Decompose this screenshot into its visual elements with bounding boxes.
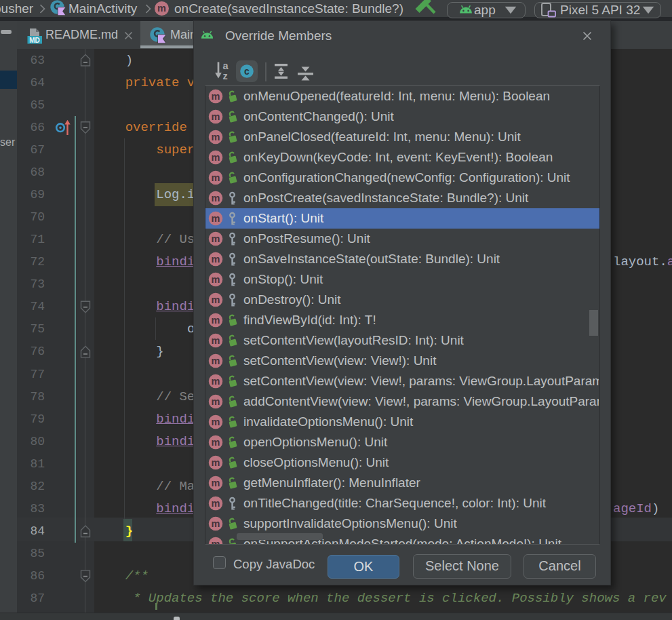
svg-text:m: m <box>212 233 220 244</box>
svg-text:m: m <box>212 518 220 529</box>
svg-text:a: a <box>223 60 229 71</box>
svg-text:m: m <box>212 152 220 163</box>
svg-text:m: m <box>212 172 220 183</box>
svg-text:m: m <box>212 437 220 448</box>
svg-text:m: m <box>212 91 220 102</box>
svg-text:m: m <box>212 396 220 407</box>
svg-text:m: m <box>212 416 220 427</box>
svg-text:m: m <box>212 294 220 305</box>
svg-text:m: m <box>212 355 220 366</box>
svg-text:m: m <box>212 132 220 142</box>
svg-text:m: m <box>212 478 220 488</box>
svg-text:m: m <box>212 213 220 224</box>
svg-text:MD: MD <box>29 37 40 44</box>
svg-text:m: m <box>212 274 220 285</box>
svg-text:m: m <box>212 498 220 509</box>
svg-text:m: m <box>212 315 220 326</box>
svg-text:m: m <box>157 3 166 14</box>
svg-text:m: m <box>212 376 220 387</box>
svg-text:m: m <box>212 335 220 346</box>
svg-text:m: m <box>212 111 220 122</box>
svg-text:m: m <box>212 539 220 544</box>
svg-text:m: m <box>212 193 220 204</box>
svg-text:c: c <box>244 66 250 77</box>
svg-text:z: z <box>223 71 228 81</box>
svg-text:m: m <box>212 254 220 265</box>
svg-text:m: m <box>212 457 220 468</box>
